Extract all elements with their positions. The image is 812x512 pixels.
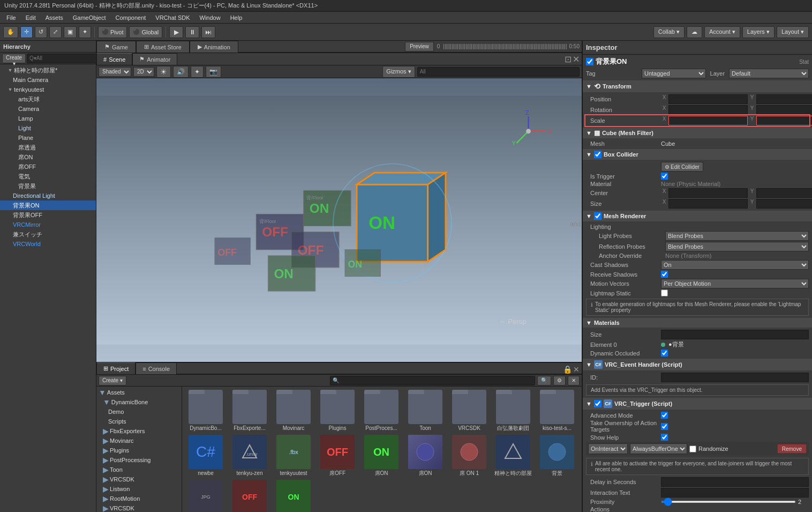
transform-component-header[interactable]: ▼ ⟲ Transform: [583, 80, 812, 92]
mesh-renderer-header[interactable]: ▼ Mesh Renderer: [583, 211, 812, 221]
project-create-btn[interactable]: Create ▾: [99, 376, 126, 385]
tool-scale[interactable]: ⤢: [49, 26, 62, 38]
receive-shadows-checkbox[interactable]: [661, 271, 668, 278]
close-scene-icon[interactable]: ✕: [573, 54, 580, 64]
scale-x[interactable]: -0.230883: [668, 116, 748, 125]
layers-button[interactable]: Layers ▾: [742, 26, 775, 38]
hierarchy-item-maincamera[interactable]: Main Camera: [0, 75, 96, 85]
close-bottom-icon[interactable]: ✕: [573, 365, 580, 374]
layout-button[interactable]: Layout ▾: [777, 26, 809, 38]
folder-vrcsdk[interactable]: ▶ VRCSDK: [96, 474, 182, 484]
pause-button[interactable]: ⏸: [185, 26, 199, 38]
lightmap-static-checkbox[interactable]: [661, 290, 668, 296]
hierarchy-item-seat-trans[interactable]: 席透過: [0, 143, 96, 152]
randomize-checkbox[interactable]: [689, 446, 696, 452]
asset-postprocessing[interactable]: PostProces...: [360, 389, 403, 433]
folder-toon[interactable]: ▶ Toon: [96, 465, 182, 474]
scene-cam-btn[interactable]: 📷: [206, 66, 221, 78]
layer-select[interactable]: Default: [729, 69, 809, 78]
advanced-mode-checkbox[interactable]: [661, 412, 668, 419]
scene-search[interactable]: [417, 67, 580, 77]
hierarchy-item-vrcmirror[interactable]: VRCMirror: [0, 220, 96, 229]
tool-rect[interactable]: ▣: [64, 26, 77, 38]
folder-postprocessing[interactable]: ▶ PostProcessing: [96, 455, 182, 465]
hierarchy-create-btn[interactable]: Create ▾: [2, 54, 26, 63]
menu-component[interactable]: Component: [111, 13, 150, 22]
play-button[interactable]: ▶: [169, 26, 183, 38]
tab-scene[interactable]: # Scene: [96, 53, 132, 65]
hierarchy-item-tenkyuu[interactable]: ▼ tenkyuutest: [0, 85, 96, 94]
dynamic-occluded-checkbox[interactable]: [661, 350, 668, 357]
edit-collider-btn[interactable]: ⚙ Edit Collider: [661, 162, 703, 172]
folder-vrcsdk2[interactable]: ▶ VRCSDK: [96, 503, 182, 512]
menu-file[interactable]: File: [2, 13, 20, 22]
vrc-trigger-enabled[interactable]: [594, 400, 602, 407]
fx-btn[interactable]: ✦: [191, 66, 204, 78]
center-y[interactable]: 0: [756, 188, 812, 198]
folder-plugins[interactable]: ▶ Plugins: [96, 446, 182, 455]
asset-seat-off[interactable]: OFF 席OFF: [316, 434, 359, 478]
asset-tenkyuzen[interactable]: .unity tenkyu-zen: [228, 434, 271, 478]
menu-assets[interactable]: Assets: [41, 13, 67, 22]
box-collider-enabled[interactable]: [594, 151, 602, 158]
hierarchy-item-kane-switch[interactable]: 兼スイッチ: [0, 229, 96, 239]
hierarchy-item-camera[interactable]: Camera: [0, 104, 96, 114]
asset-movinarc[interactable]: Movinarc: [272, 389, 315, 433]
remove-button[interactable]: Remove: [777, 444, 807, 454]
lighting-btn[interactable]: ☀: [156, 66, 171, 78]
asset-bg-off[interactable]: OFF 背景OFF: [228, 479, 271, 512]
materials-header[interactable]: ▼ Materials: [583, 318, 812, 328]
tag-select[interactable]: Untagged: [642, 69, 706, 78]
rotation-x[interactable]: 0: [668, 105, 748, 115]
folder-movinarc[interactable]: ▶ Movinarc: [96, 436, 182, 446]
asset-dynamicbone[interactable]: DynamicBo...: [184, 389, 227, 433]
cast-shadows-select[interactable]: On: [661, 260, 809, 270]
folder-scripts[interactable]: Scripts: [96, 417, 182, 426]
project-sort-btn[interactable]: ⚙: [553, 376, 566, 385]
tool-move[interactable]: ✛: [20, 26, 33, 38]
global-button[interactable]: ⚫ Global: [129, 26, 162, 38]
step-button[interactable]: ⏭: [201, 26, 215, 38]
cloud-button[interactable]: ☁: [687, 26, 702, 38]
box-collider-header[interactable]: ▼ Box Collider: [583, 149, 812, 160]
position-x[interactable]: -0.335: [668, 94, 748, 104]
asset-toon[interactable]: Toon: [404, 389, 447, 433]
reflection-probes-select[interactable]: Blend Probes: [665, 242, 809, 251]
mode-2d-select[interactable]: 2D: [133, 67, 154, 77]
folder-assets[interactable]: ▼ Assets: [96, 388, 182, 397]
hierarchy-item-lamp[interactable]: Lamp: [0, 114, 96, 123]
account-button[interactable]: Account ▾: [704, 26, 740, 38]
tab-animator[interactable]: ⚑ Animator: [132, 53, 177, 65]
hierarchy-item-seat-off[interactable]: 席OFF: [0, 162, 96, 172]
rotation-y[interactable]: 0: [756, 105, 812, 115]
proximity-slider[interactable]: [661, 501, 796, 503]
pivot-button[interactable]: ⚫ Pivot: [98, 26, 127, 38]
hierarchy-search[interactable]: [27, 54, 100, 63]
folder-fbxexporters[interactable]: ▶ FbxExporters: [96, 426, 182, 436]
scale-y[interactable]: 0.3059817: [756, 116, 812, 125]
shading-select[interactable]: Shaded: [99, 67, 131, 77]
resize-icon[interactable]: ⊡: [565, 54, 572, 64]
hierarchy-item-seat-on[interactable]: 席ON: [0, 152, 96, 162]
motion-vectors-select[interactable]: Per Object Motion: [661, 279, 809, 288]
collab-button[interactable]: Collab ▾: [653, 26, 685, 38]
project-search[interactable]: [330, 376, 535, 385]
asset-kisotest[interactable]: kiso-test-s...: [536, 389, 578, 433]
asset-kankogeidan[interactable]: 白弘藩歌劇団: [492, 389, 535, 433]
event-id-input[interactable]: [661, 373, 809, 382]
tool-transform[interactable]: ✦: [79, 26, 91, 38]
lock-icon[interactable]: 🔒: [563, 365, 572, 374]
menu-window[interactable]: Window: [196, 13, 225, 22]
project-close-btn[interactable]: ✕: [568, 376, 580, 385]
tab-animation[interactable]: ▶ Animation: [190, 41, 238, 53]
asset-bg-1[interactable]: JPG 背景 1: [184, 479, 227, 512]
vrc-event-handler-header[interactable]: ▼ C# VRC_Event Handler (Script): [583, 359, 812, 370]
position-y[interactable]: 0.548: [756, 94, 812, 104]
hierarchy-item-light[interactable]: Light: [0, 123, 96, 133]
menu-vrchat-sdk[interactable]: VRChat SDK: [151, 13, 194, 22]
menu-edit[interactable]: Edit: [21, 13, 40, 22]
folder-dynamicbone[interactable]: ▼ DynamicBone: [96, 397, 182, 407]
asset-seat-on[interactable]: ON 席ON: [360, 434, 403, 478]
tab-project[interactable]: ⊞ Project: [96, 362, 136, 374]
size-x[interactable]: 1: [668, 199, 748, 209]
